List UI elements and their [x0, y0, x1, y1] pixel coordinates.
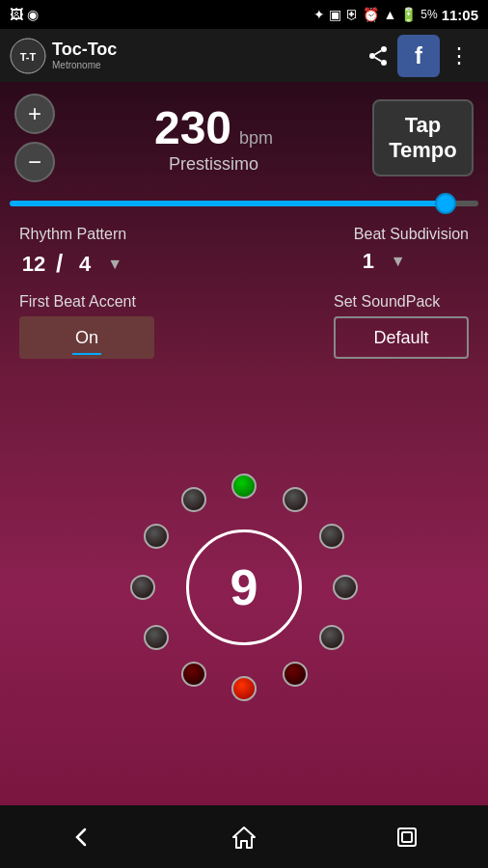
subdivision-decrease-button[interactable]: ▼ — [391, 253, 406, 270]
bpm-slider[interactable] — [10, 201, 478, 206]
beat-dot-7 — [181, 662, 206, 687]
logo-svg: T-T — [10, 38, 46, 74]
minus-icon: − — [28, 149, 41, 176]
beat-circle-container: 9 — [133, 476, 355, 698]
beat-subdivision-controls: 1 ▼ — [354, 249, 406, 274]
back-button[interactable] — [57, 813, 105, 861]
bpm-unit: bpm — [239, 128, 273, 149]
shield-icon: ⛨ — [345, 7, 359, 22]
slider-section — [0, 187, 488, 216]
soundpack-value: Default — [373, 328, 428, 347]
nfc-icon: ▣ — [329, 7, 341, 22]
signal-icon: ▲ — [383, 7, 396, 22]
bottom-nav — [0, 805, 488, 868]
status-time: 11:05 — [442, 7, 478, 23]
tempo-name: Prestissimo — [65, 154, 363, 175]
tap-tempo-line2: Tempo — [389, 138, 456, 163]
beat-dot-6 — [231, 676, 257, 701]
recent-icon — [393, 824, 420, 851]
rhythm-slash: / — [56, 249, 63, 279]
share-button[interactable] — [359, 37, 397, 75]
beat-dot-1 — [283, 487, 308, 512]
share-icon — [366, 44, 390, 68]
beat-dot-9 — [130, 575, 155, 600]
beat-number-circle: 9 — [186, 529, 302, 645]
soundpack-label: Set SoundPack — [334, 293, 440, 311]
svg-rect-8 — [398, 828, 416, 846]
rhythm-pattern-controls: 12 / 4 ▼ — [19, 249, 122, 279]
svg-text:T-T: T-T — [20, 51, 37, 63]
accent-on-button[interactable]: On — [19, 316, 154, 359]
beat-dot-10 — [144, 524, 169, 549]
beat-dot-11 — [181, 487, 206, 512]
bpm-plus-button[interactable]: + — [14, 94, 55, 134]
soundpack-col: Set SoundPack Default — [334, 293, 469, 359]
app-name: Toc-Toc — [52, 41, 117, 60]
facebook-label: f — [415, 42, 422, 69]
status-left-icons: 🖼 ◉ — [10, 7, 39, 22]
home-icon — [230, 824, 258, 851]
svg-line-6 — [375, 57, 382, 61]
beat-dot-8 — [144, 625, 169, 650]
logo-text-block: Toc-Toc Metronome — [52, 41, 117, 70]
plus-icon: + — [28, 100, 41, 127]
status-bar: 🖼 ◉ ✦ ▣ ⛨ ⏰ ▲ 🔋 5% 11:05 — [0, 0, 488, 29]
accent-section: First Beat Accent On Set SoundPack Defau… — [0, 288, 488, 368]
back-icon — [68, 824, 95, 851]
accent-on-label: On — [75, 328, 98, 348]
first-beat-accent-label: First Beat Accent — [19, 293, 136, 311]
rhythm-pattern-label: Rhythm Pattern — [19, 226, 126, 243]
beat-subdivision-label: Beat Subdivision — [354, 226, 469, 243]
svg-rect-9 — [402, 832, 412, 842]
facebook-button[interactable]: f — [397, 35, 440, 77]
app-logo: T-T Toc-Toc Metronome — [10, 38, 117, 74]
accent-underline — [72, 353, 101, 355]
home-button[interactable] — [220, 813, 268, 861]
rhythm-pattern-col: Rhythm Pattern 12 / 4 ▼ — [19, 226, 126, 279]
app-sub: Metronome — [52, 60, 117, 70]
rhythm-decrease-button[interactable]: ▼ — [107, 256, 122, 273]
beat-dot-2 — [319, 524, 344, 549]
main-content: + − 230 bpm Prestissimo Tap Tempo Rhythm… — [0, 82, 488, 805]
bpm-controls: + − — [14, 94, 55, 182]
rhythm-numerator: 12 — [19, 252, 48, 277]
bluetooth-icon: ✦ — [313, 7, 325, 22]
soundpack-button[interactable]: Default — [334, 316, 469, 359]
beat-section: 9 — [0, 368, 488, 805]
rhythm-denominator: 4 — [70, 252, 99, 277]
svg-point-3 — [369, 53, 375, 59]
more-button[interactable]: ⋮ — [440, 37, 478, 75]
beat-subdivision-col: Beat Subdivision 1 ▼ — [354, 226, 469, 279]
svg-point-2 — [381, 46, 387, 52]
beat-dot-0 — [231, 474, 257, 499]
current-beat: 9 — [230, 558, 258, 616]
recent-button[interactable] — [383, 813, 431, 861]
svg-marker-7 — [233, 827, 255, 848]
beat-dot-3 — [333, 575, 358, 600]
beat-dot-4 — [319, 625, 344, 650]
battery-percent: 5% — [420, 8, 437, 21]
pattern-section: Rhythm Pattern 12 / 4 ▼ Beat Subdivision… — [0, 216, 488, 288]
tap-tempo-line1: Tap — [389, 113, 456, 138]
wifi-icon: ◉ — [27, 7, 39, 22]
beat-dot-5 — [283, 662, 308, 687]
svg-point-4 — [381, 60, 387, 66]
battery-icon: 🔋 — [400, 7, 417, 22]
bpm-section: + − 230 bpm Prestissimo Tap Tempo — [0, 82, 488, 187]
more-icon: ⋮ — [448, 43, 470, 68]
toolbar: T-T Toc-Toc Metronome f ⋮ — [0, 29, 488, 82]
bpm-value: 230 — [154, 101, 231, 154]
bpm-display: 230 bpm Prestissimo — [65, 101, 363, 175]
tap-tempo-button[interactable]: Tap Tempo — [372, 99, 474, 176]
alarm-icon: ⏰ — [363, 7, 379, 22]
photo-icon: 🖼 — [10, 7, 23, 22]
svg-line-5 — [375, 50, 382, 54]
bpm-minus-button[interactable]: − — [14, 142, 55, 182]
status-right-icons: ✦ ▣ ⛨ ⏰ ▲ 🔋 5% 11:05 — [313, 7, 478, 23]
first-beat-accent-col: First Beat Accent On — [19, 293, 154, 359]
tap-tempo-label: Tap Tempo — [389, 113, 456, 164]
beat-subdivision-value: 1 — [354, 249, 383, 274]
